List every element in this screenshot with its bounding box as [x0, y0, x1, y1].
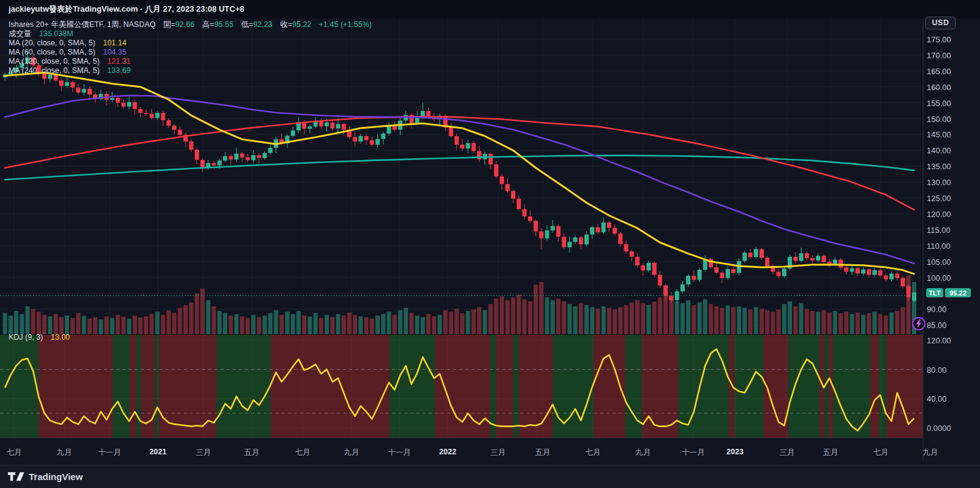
candle-body	[138, 109, 143, 113]
volume-bar	[460, 313, 464, 334]
volume-bar	[127, 319, 131, 334]
candle-body	[726, 269, 730, 278]
volume-bar	[88, 319, 92, 334]
volume-bar	[375, 316, 380, 334]
ma240-label: MA (240, close, 0, SMA, 5)	[9, 66, 100, 75]
volume-bar	[765, 310, 769, 334]
candle-body	[821, 256, 826, 262]
volume-bar	[698, 302, 702, 334]
kdj-band	[39, 335, 113, 438]
volume-bar	[42, 315, 47, 335]
ma240-row[interactable]: MA (240, close, 0, SMA, 5) 133.69	[9, 66, 372, 75]
low-value: 92.23	[253, 20, 272, 29]
ma20-row[interactable]: MA (20, close, 0, SMA, 5) 101.14	[9, 39, 372, 48]
volume-bar	[675, 301, 679, 334]
volume-bar	[579, 303, 583, 334]
candle-body	[240, 153, 244, 157]
volume-bar	[393, 315, 397, 335]
ma60-label: MA (60, close, 0, SMA, 5)	[9, 48, 96, 56]
candle-body	[731, 269, 736, 273]
candle-body	[850, 268, 854, 272]
candle-body	[466, 143, 470, 148]
volume-bar	[788, 301, 792, 334]
volume-bar	[533, 284, 538, 334]
volume-bar	[528, 301, 532, 334]
volume-bar	[618, 307, 622, 334]
kdj-band	[729, 335, 734, 438]
candle-body	[488, 154, 492, 164]
candle-body	[257, 155, 261, 158]
volume-bar	[404, 308, 408, 334]
boost-button[interactable]	[912, 317, 925, 330]
volume-bar	[443, 310, 448, 334]
candle-body	[641, 265, 645, 270]
candle-body	[426, 111, 431, 116]
volume-bar	[235, 314, 239, 334]
volume-bar	[742, 308, 747, 334]
volume-bar	[839, 313, 843, 334]
volume-bar	[70, 318, 75, 334]
volume-bar	[302, 316, 306, 334]
volume-bar	[398, 310, 402, 334]
volume-bar	[195, 294, 199, 334]
volume-bar	[612, 310, 617, 334]
kdj-band	[879, 335, 886, 438]
candle-body	[291, 131, 295, 136]
candle-body	[867, 270, 871, 275]
volume-bar	[568, 304, 572, 334]
kdj-band	[216, 335, 271, 438]
candle-body	[635, 257, 639, 265]
tradingview-brand-text[interactable]: TradingView	[29, 471, 83, 482]
volume-bar	[381, 314, 385, 334]
volume-bar	[647, 305, 651, 334]
candle-body	[263, 153, 267, 158]
candle-body	[223, 156, 227, 161]
kdj-legend[interactable]: KDJ (9, 3) 13.00	[9, 333, 70, 341]
volume-bar	[437, 315, 442, 335]
volume-bar	[856, 313, 860, 334]
candle-body	[494, 164, 499, 177]
candle-body	[217, 161, 222, 166]
volume-bar	[223, 313, 227, 334]
volume-bar	[720, 308, 724, 334]
volume-bar	[821, 310, 826, 334]
volume-bar	[658, 297, 662, 334]
candle-body	[912, 292, 916, 300]
kdj-band	[271, 335, 390, 438]
candle-body	[70, 82, 75, 88]
candle-body	[505, 184, 510, 191]
last-price-badge: TLT 95.22	[926, 288, 971, 297]
candle-body	[584, 235, 589, 245]
volume-value: 135.038M	[39, 29, 74, 38]
symbol-row[interactable]: Ishares 20+ 年美國公債ETF, 1周, NASDAQ 開=92.66…	[9, 20, 372, 29]
ma120-row[interactable]: MA (120, close, 0, SMA, 5) 121.31	[9, 57, 372, 66]
volume-row[interactable]: 成交量 135.038M	[9, 29, 372, 39]
volume-bar	[810, 311, 815, 334]
volume-bar	[466, 311, 470, 334]
volume-bar	[37, 311, 41, 334]
candle-body	[748, 253, 753, 257]
volume-bar	[178, 308, 182, 334]
candle-body	[342, 124, 346, 129]
volume-bar	[596, 308, 600, 334]
candle-body	[517, 199, 521, 209]
volume-bar	[274, 310, 278, 334]
candle-body	[370, 140, 374, 145]
volume-label: 成交量	[9, 29, 32, 38]
candle-body	[675, 291, 679, 300]
candle-body	[500, 177, 504, 184]
candle-body	[172, 126, 176, 130]
volume-bar	[449, 311, 453, 334]
candle-body	[612, 228, 617, 234]
candle-body	[88, 89, 92, 94]
currency-toggle[interactable]: USD	[925, 17, 956, 29]
volume-bar	[652, 302, 657, 334]
volume-bar	[703, 299, 707, 334]
kdj-band	[678, 335, 729, 438]
tradingview-logo-icon[interactable]	[8, 471, 24, 482]
symbol-badge: TLT	[926, 288, 943, 297]
candle-body	[415, 118, 420, 123]
ma60-row[interactable]: MA (60, close, 0, SMA, 5) 104.35	[9, 48, 372, 57]
candle-body	[116, 98, 120, 103]
volume-bar	[545, 297, 549, 334]
